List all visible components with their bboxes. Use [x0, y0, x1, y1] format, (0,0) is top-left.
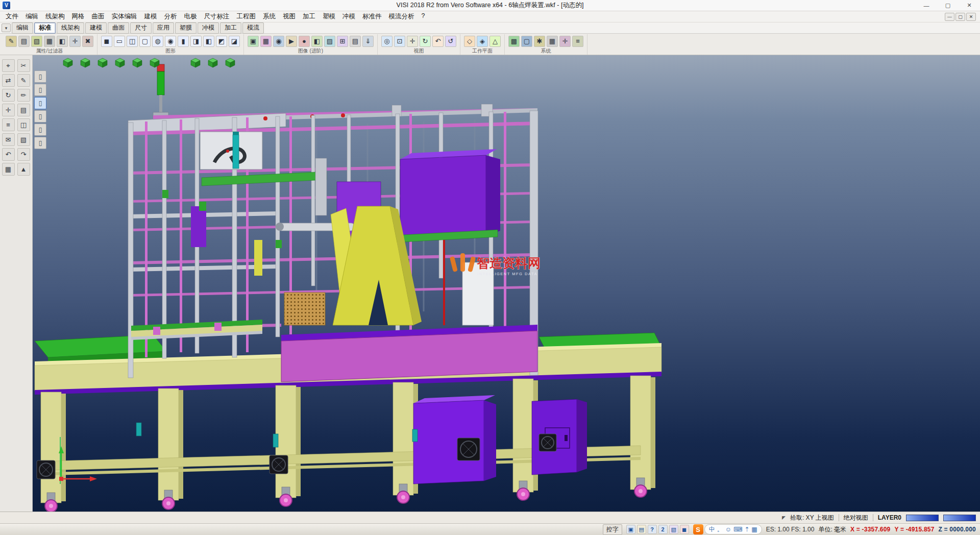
ribbon-tab[interactable]: 模流: [242, 22, 264, 34]
color-swatch-secondary[interactable]: [943, 515, 976, 521]
tab-overflow-button[interactable]: ▾: [2, 23, 11, 32]
ime-lang-icon[interactable]: 中: [709, 525, 715, 534]
animation-icon[interactable]: ▶: [286, 36, 297, 47]
units-label[interactable]: 单位: 毫米: [818, 525, 846, 534]
ime-keyboard-icon[interactable]: ⌨: [733, 526, 742, 533]
ribbon-tab[interactable]: 尺寸: [130, 22, 152, 34]
view-back-icon[interactable]: [114, 58, 126, 68]
view-dimetric-icon[interactable]: [207, 58, 218, 68]
menu-item[interactable]: ?: [418, 11, 429, 22]
measure-icon[interactable]: ≡: [2, 118, 15, 131]
layers-icon[interactable]: ▤: [17, 104, 30, 116]
wireframe-mode-icon[interactable]: ▭: [114, 36, 125, 47]
trim-icon[interactable]: ✂: [17, 59, 30, 72]
workplane-align-icon[interactable]: ◈: [477, 36, 488, 47]
view-top-icon[interactable]: [80, 58, 91, 68]
select-icon[interactable]: ⌖: [2, 59, 15, 72]
minimize-button[interactable]: —: [916, 0, 937, 11]
record-icon[interactable]: ●: [299, 36, 310, 47]
monitor-icon[interactable]: ▢: [521, 36, 532, 47]
menu-item[interactable]: 标准件: [359, 11, 385, 22]
menu-item[interactable]: 系统: [259, 11, 279, 22]
rotate-view-icon[interactable]: ↻: [420, 36, 431, 47]
section-view-icon[interactable]: ◍: [152, 36, 163, 47]
note-icon[interactable]: ✉: [2, 133, 15, 146]
workplane-standard-icon[interactable]: ◇: [464, 36, 475, 47]
close-button[interactable]: ✕: [959, 0, 980, 11]
menu-item[interactable]: 曲面: [88, 11, 108, 22]
view-iso-icon[interactable]: [62, 58, 74, 68]
viewport-preset-button-4[interactable]: ▯: [34, 110, 46, 123]
ribbon-tab[interactable]: 建模: [85, 22, 107, 34]
dynamic-rotate-icon[interactable]: ↺: [445, 36, 456, 47]
multiview-icon[interactable]: ⊞: [337, 36, 348, 47]
ime-grid-icon[interactable]: ▦: [751, 526, 757, 533]
compare-icon[interactable]: ◧: [311, 36, 323, 47]
clear-filter-icon[interactable]: ✖: [82, 36, 93, 47]
backface-icon[interactable]: ◪: [229, 36, 240, 47]
edge-display-icon[interactable]: ◧: [203, 36, 214, 47]
menu-item[interactable]: 编辑: [22, 11, 42, 22]
grid-settings-icon[interactable]: ▦: [547, 36, 558, 47]
undo-icon[interactable]: ↶: [2, 148, 15, 161]
zoom-all-icon[interactable]: ◎: [381, 36, 393, 47]
package-icon[interactable]: ◼: [680, 525, 689, 534]
sketch-icon[interactable]: ✎: [17, 74, 30, 87]
menu-item[interactable]: 模流分析: [385, 11, 418, 22]
snap-settings-icon[interactable]: ✛: [559, 36, 571, 47]
view-axonometric-icon[interactable]: [190, 58, 201, 68]
rotate-icon[interactable]: ↻: [2, 89, 15, 102]
settings-icon[interactable]: ✱: [534, 36, 545, 47]
zoom-window-icon[interactable]: ⊡: [394, 36, 405, 47]
doc-restore-button[interactable]: ▢: [955, 13, 965, 21]
pick-toggle[interactable]: 控字: [603, 524, 622, 535]
paint-tray-icon[interactable]: ▧: [669, 525, 678, 534]
ime-punct-icon[interactable]: 。: [717, 525, 723, 534]
help-icon[interactable]: ?: [648, 525, 657, 534]
redo-icon[interactable]: ↷: [17, 148, 30, 161]
doc-minimize-button[interactable]: —: [945, 13, 954, 21]
color-swatch-primary[interactable]: [906, 515, 939, 521]
doc-close-button[interactable]: ✕: [966, 13, 976, 21]
highlight-icon[interactable]: ◉: [165, 36, 176, 47]
mirror-icon[interactable]: ◫: [17, 118, 30, 131]
menu-item[interactable]: 网格: [68, 11, 88, 22]
selection-mask-icon[interactable]: ◧: [57, 36, 68, 47]
paint-icon[interactable]: ▧: [17, 133, 30, 146]
model-canvas[interactable]: 智造资料网 INTELLIGENT MFG DATA: [33, 55, 980, 512]
viewport-preset-button-1[interactable]: ▯: [34, 70, 46, 83]
workplane-free-icon[interactable]: △: [489, 36, 501, 47]
menu-item[interactable]: 视图: [279, 11, 299, 22]
color-filter-icon[interactable]: ▧: [31, 36, 42, 47]
menu-item[interactable]: 电极: [181, 11, 201, 22]
database-icon[interactable]: ≡: [572, 36, 583, 47]
view-left-icon[interactable]: [132, 58, 143, 68]
menu-item[interactable]: 冲模: [339, 11, 359, 22]
render-icon[interactable]: ▣: [248, 36, 259, 47]
ime-emoji-icon[interactable]: ☺: [725, 526, 731, 533]
menu-item[interactable]: 实体编辑: [108, 11, 141, 22]
quick-select-icon[interactable]: ✛: [69, 36, 81, 47]
move-icon[interactable]: ⇄: [2, 74, 15, 87]
menu-item[interactable]: 塑模: [319, 11, 339, 22]
viewport-preset-button-3[interactable]: ▯: [34, 97, 46, 109]
pan-icon[interactable]: ✛: [2, 104, 15, 116]
ime-logo-icon[interactable]: S: [693, 524, 703, 534]
menu-item[interactable]: 文件: [2, 11, 22, 22]
ribbon-tab[interactable]: 线架构: [57, 22, 84, 34]
menu-item[interactable]: 尺寸标注: [201, 11, 233, 22]
view-bottom-icon[interactable]: [225, 58, 236, 68]
ribbon-tab[interactable]: 加工: [220, 22, 241, 34]
menu-item[interactable]: 工程图: [233, 11, 260, 22]
view-front-icon[interactable]: [97, 58, 108, 68]
shaded-mode-icon[interactable]: ◼: [101, 36, 112, 47]
ribbon-tab[interactable]: 标准: [34, 22, 56, 34]
ribbon-tab[interactable]: 编辑: [12, 22, 33, 34]
menu-item[interactable]: 线架构: [42, 11, 68, 22]
menu-item[interactable]: 分析: [161, 11, 181, 22]
menu-item[interactable]: 加工: [299, 11, 319, 22]
view-mode-label[interactable]: 绝对视图: [844, 514, 868, 522]
background-icon[interactable]: ▨: [324, 36, 335, 47]
view-right-icon[interactable]: [149, 58, 160, 68]
capture-icon[interactable]: ◉: [273, 36, 284, 47]
